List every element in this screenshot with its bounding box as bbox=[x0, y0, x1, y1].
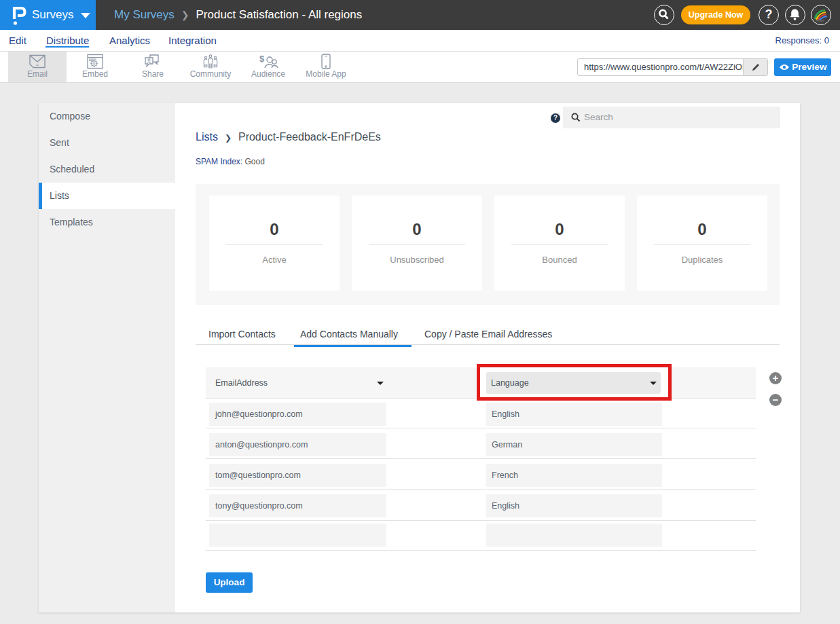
svg-text:$: $ bbox=[259, 54, 265, 64]
